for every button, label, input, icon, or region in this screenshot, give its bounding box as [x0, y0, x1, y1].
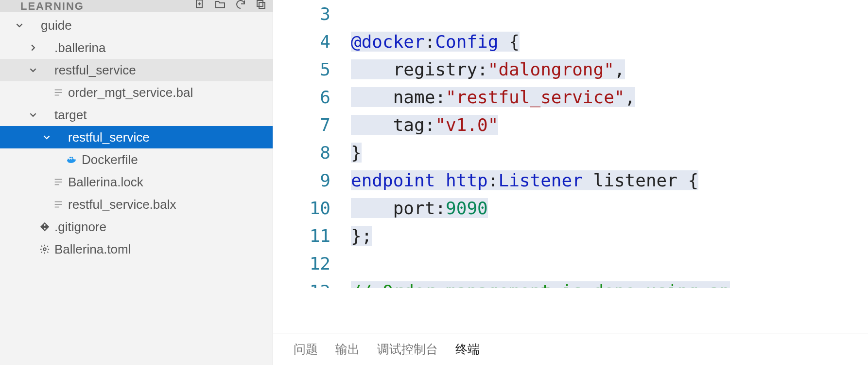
tree-item-target[interactable]: target — [0, 104, 273, 126]
twisty-icon[interactable] — [28, 111, 38, 118]
lines-icon — [52, 177, 65, 187]
line-gutter: 345678910111213 — [273, 0, 351, 333]
tree-item-label: .gitignore — [54, 219, 106, 235]
line-number: 9 — [273, 166, 330, 194]
tree-item--gitignore[interactable]: .gitignore — [0, 216, 273, 238]
collapse-all-icon[interactable] — [255, 0, 267, 12]
line-number: 5 — [273, 55, 330, 83]
tab-terminal[interactable]: 终端 — [455, 341, 480, 357]
explorer-header: LEARNING — [0, 0, 273, 12]
new-file-icon[interactable] — [194, 0, 206, 12]
svg-rect-3 — [257, 0, 263, 6]
editor-area: 345678910111213 @docker:Config { registr… — [273, 0, 868, 365]
code-line[interactable]: tag:"v1.0" — [351, 111, 868, 139]
line-number: 13 — [273, 277, 330, 288]
tree-item-label: target — [54, 108, 87, 123]
twisty-icon[interactable] — [28, 67, 38, 73]
code-line[interactable]: // Order management is done using an — [351, 277, 868, 288]
tree-item-dockerfile[interactable]: Dockerfile — [0, 148, 273, 171]
git-icon — [38, 221, 52, 232]
line-number: 10 — [273, 194, 330, 222]
tree-item--ballerina[interactable]: .ballerina — [0, 36, 273, 59]
tree-item-label: guide — [41, 18, 72, 33]
gear-icon — [38, 244, 52, 255]
code-line[interactable]: @docker:Config { — [351, 28, 868, 55]
code-line[interactable]: } — [351, 139, 868, 166]
svg-rect-12 — [71, 157, 73, 158]
docker-icon — [65, 154, 79, 165]
line-number: 7 — [273, 111, 330, 139]
file-tree: guide.ballerinarestful_service order_mgt… — [0, 12, 273, 365]
tree-item-restful-service[interactable]: restful_service — [0, 126, 273, 148]
svg-rect-4 — [259, 2, 265, 8]
code-editor[interactable]: 345678910111213 @docker:Config { registr… — [273, 0, 868, 333]
tab-problems[interactable]: 问题 — [294, 341, 318, 357]
explorer-title: LEARNING — [20, 0, 84, 12]
tree-item-label: restful_service — [54, 63, 136, 78]
tree-item-order-mgt-service-bal[interactable]: order_mgt_service.bal — [0, 81, 273, 104]
tree-item-label: Ballerina.lock — [68, 175, 143, 190]
tab-debug-console[interactable]: 调试控制台 — [377, 341, 438, 357]
tab-output[interactable]: 输出 — [335, 341, 360, 357]
tree-item-restful-service[interactable]: restful_service — [0, 59, 273, 81]
svg-rect-8 — [68, 159, 69, 160]
lines-icon — [52, 199, 65, 210]
twisty-icon[interactable] — [28, 44, 38, 51]
line-number: 4 — [273, 28, 330, 55]
tree-item-label: .ballerina — [54, 40, 106, 55]
code-line[interactable]: }; — [351, 222, 868, 250]
svg-rect-11 — [69, 157, 71, 158]
twisty-icon[interactable] — [42, 134, 52, 141]
line-number: 6 — [273, 83, 330, 111]
tree-item-label: Dockerfile — [82, 152, 138, 167]
tree-item-label: restful_service — [68, 130, 150, 145]
tree-item-label: order_mgt_service.bal — [68, 85, 193, 100]
code-line[interactable] — [351, 250, 868, 277]
tree-item-restful-service-balx[interactable]: restful_service.balx — [0, 193, 273, 216]
line-number: 12 — [273, 250, 330, 277]
tree-item-ballerina-toml[interactable]: Ballerina.toml — [0, 238, 273, 260]
tree-item-ballerina-lock[interactable]: Ballerina.lock — [0, 171, 273, 193]
code-line[interactable]: registry:"dalongrong", — [351, 55, 868, 83]
line-number: 8 — [273, 139, 330, 166]
line-number: 3 — [273, 0, 330, 28]
panel-tabs: 问题 输出 调试控制台 终端 — [273, 333, 868, 365]
tree-item-label: restful_service.balx — [68, 197, 176, 212]
twisty-icon[interactable] — [15, 22, 24, 29]
refresh-icon[interactable] — [235, 0, 246, 12]
code-line[interactable] — [351, 0, 868, 28]
lines-icon — [52, 87, 65, 98]
line-number: 11 — [273, 222, 330, 250]
code-line[interactable]: port:9090 — [351, 194, 868, 222]
code-line[interactable]: name:"restful_service", — [351, 83, 868, 111]
svg-rect-9 — [69, 159, 71, 160]
tree-item-guide[interactable]: guide — [0, 14, 273, 36]
code-lines[interactable]: @docker:Config { registry:"dalongrong", … — [351, 0, 868, 333]
explorer-sidebar: LEARNING guide.ballerinarestful_service … — [0, 0, 273, 365]
code-line[interactable]: endpoint http:Listener listener { — [351, 166, 868, 194]
tree-item-label: Ballerina.toml — [54, 242, 131, 257]
new-folder-icon[interactable] — [214, 0, 226, 12]
svg-point-19 — [43, 248, 46, 251]
